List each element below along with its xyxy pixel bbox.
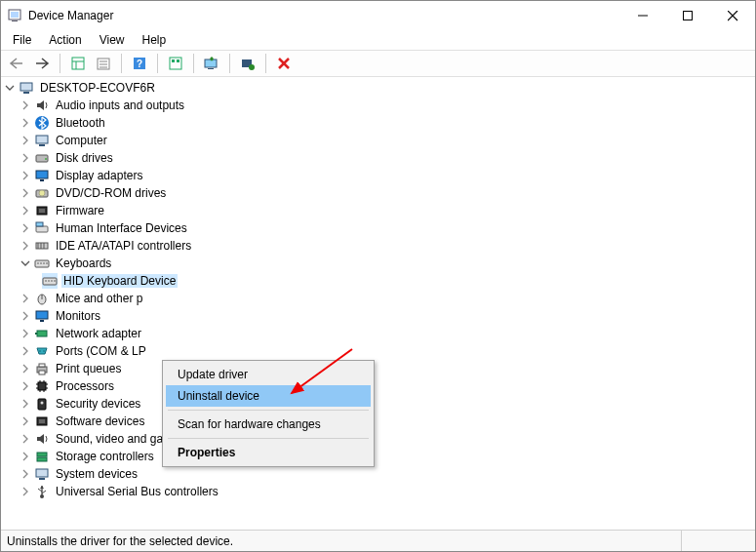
tree-item-ide[interactable]: IDE ATA/ATAPI controllers — [3, 237, 755, 255]
svg-point-60 — [39, 350, 41, 352]
software-icon — [34, 414, 50, 429]
tree-item-disk[interactable]: Disk drives — [3, 149, 755, 167]
device-tree[interactable]: DESKTOP-ECOVF6R Audio inputs and outputs… — [1, 77, 755, 530]
expand-icon[interactable] — [19, 292, 32, 305]
expand-icon[interactable] — [19, 116, 32, 130]
expand-icon[interactable] — [19, 151, 32, 165]
svg-rect-18 — [177, 59, 179, 62]
menu-help[interactable]: Help — [135, 31, 175, 49]
svg-point-53 — [54, 280, 56, 282]
tree-item-sound[interactable]: Sound, video and game controllers — [3, 430, 755, 448]
sound-icon — [34, 431, 50, 447]
tree-item-software[interactable]: Software devices — [3, 413, 755, 430]
app-icon — [7, 8, 22, 23]
tree-item-print[interactable]: Print queues — [3, 360, 755, 377]
security-icon — [34, 396, 50, 412]
mouse-icon — [34, 291, 50, 306]
update-driver-button[interactable] — [200, 53, 223, 74]
forward-button[interactable] — [30, 53, 54, 74]
expand-icon[interactable] — [19, 239, 32, 253]
scan-hardware-button[interactable] — [236, 53, 259, 74]
svg-rect-39 — [36, 222, 43, 226]
disk-icon — [34, 150, 50, 166]
back-button[interactable] — [5, 53, 28, 74]
expand-icon[interactable] — [19, 432, 32, 446]
tree-item-system[interactable]: System devices — [3, 465, 755, 483]
svg-rect-81 — [39, 478, 45, 480]
toolbar: ? — [1, 50, 755, 77]
tree-item-ports[interactable]: Ports (COM & LP — [3, 342, 755, 360]
expand-icon[interactable] — [19, 450, 32, 463]
tree-item-mice[interactable]: Mice and other p — [3, 290, 755, 307]
minimize-button[interactable] — [620, 1, 665, 30]
tree-item-hid[interactable]: Human Interface Devices — [3, 219, 755, 237]
tree-item-monitors[interactable]: Monitors — [3, 307, 755, 325]
tree-item-storage[interactable]: Storage controllers — [3, 448, 755, 465]
tree-item-dvd[interactable]: DVD/CD-ROM drives — [3, 184, 755, 202]
status-cell-empty — [681, 531, 749, 551]
expand-icon[interactable] — [19, 379, 32, 393]
menu-action[interactable]: Action — [41, 31, 89, 49]
uninstall-button[interactable] — [272, 53, 296, 74]
dvd-icon — [34, 185, 50, 201]
tree-item-network[interactable]: Network adapter — [3, 325, 755, 342]
svg-point-52 — [51, 280, 53, 282]
expand-icon[interactable] — [19, 99, 32, 112]
keyboard-icon — [34, 256, 50, 271]
device-manager-window: Device Manager File Action View Help ? — [0, 0, 756, 552]
bluetooth-icon — [34, 115, 50, 131]
expand-icon[interactable] — [19, 204, 32, 217]
expand-icon[interactable] — [19, 134, 32, 147]
context-properties[interactable]: Properties — [166, 442, 371, 463]
keyboard-icon — [42, 273, 58, 289]
expand-icon[interactable] — [19, 414, 32, 428]
tree-item-display[interactable]: Display adapters — [3, 167, 755, 184]
svg-rect-56 — [36, 311, 48, 319]
close-button[interactable] — [710, 1, 755, 30]
action-button[interactable] — [164, 53, 187, 74]
help-button[interactable]: ? — [128, 53, 151, 74]
svg-rect-79 — [37, 457, 47, 461]
context-update-driver[interactable]: Update driver — [166, 364, 371, 385]
tree-item-hid-keyboard-device[interactable]: HID Keyboard Device — [3, 272, 755, 290]
svg-text:?: ? — [137, 59, 142, 69]
tree-item-usb[interactable]: Universal Serial Bus controllers — [3, 483, 755, 500]
expand-icon[interactable] — [19, 485, 32, 498]
expand-icon[interactable] — [19, 169, 32, 182]
maximize-button[interactable] — [665, 1, 710, 30]
tree-root[interactable]: DESKTOP-ECOVF6R — [3, 79, 755, 97]
menu-file[interactable]: File — [5, 31, 39, 49]
svg-rect-17 — [172, 59, 175, 62]
expand-icon[interactable] — [19, 362, 32, 375]
svg-rect-26 — [23, 92, 29, 94]
tree-item-audio[interactable]: Audio inputs and outputs — [3, 97, 755, 114]
tree-label: DESKTOP-ECOVF6R — [38, 81, 157, 95]
tree-item-firmware[interactable]: Firmware — [3, 202, 755, 219]
properties-button[interactable] — [92, 53, 115, 74]
svg-point-47 — [43, 262, 45, 264]
tree-item-processors[interactable]: Processors — [3, 377, 755, 395]
tree-item-computer[interactable]: Computer — [3, 132, 755, 149]
expand-icon[interactable] — [19, 186, 32, 200]
svg-rect-4 — [684, 12, 693, 20]
menu-view[interactable]: View — [92, 31, 133, 49]
svg-rect-1 — [11, 12, 19, 18]
expand-icon[interactable] — [19, 221, 32, 235]
audio-icon — [34, 98, 50, 113]
context-uninstall-device[interactable]: Uninstall device — [166, 385, 371, 407]
tree-item-security[interactable]: Security devices — [3, 395, 755, 413]
collapse-icon[interactable] — [19, 256, 32, 270]
context-scan-hardware[interactable]: Scan for hardware changes — [166, 414, 371, 435]
expand-icon[interactable] — [19, 344, 32, 358]
expand-icon[interactable] — [19, 467, 32, 481]
svg-rect-78 — [37, 453, 47, 456]
collapse-icon[interactable] — [3, 81, 17, 95]
tree-item-bluetooth[interactable]: Bluetooth — [3, 114, 755, 132]
monitor-icon — [34, 308, 50, 324]
tree-item-keyboards[interactable]: Keyboards — [3, 255, 755, 272]
expand-icon[interactable] — [19, 309, 32, 323]
show-hide-console-tree-button[interactable] — [66, 53, 90, 74]
expand-icon[interactable] — [19, 327, 32, 340]
window-title: Device Manager — [28, 9, 113, 22]
expand-icon[interactable] — [19, 397, 32, 411]
